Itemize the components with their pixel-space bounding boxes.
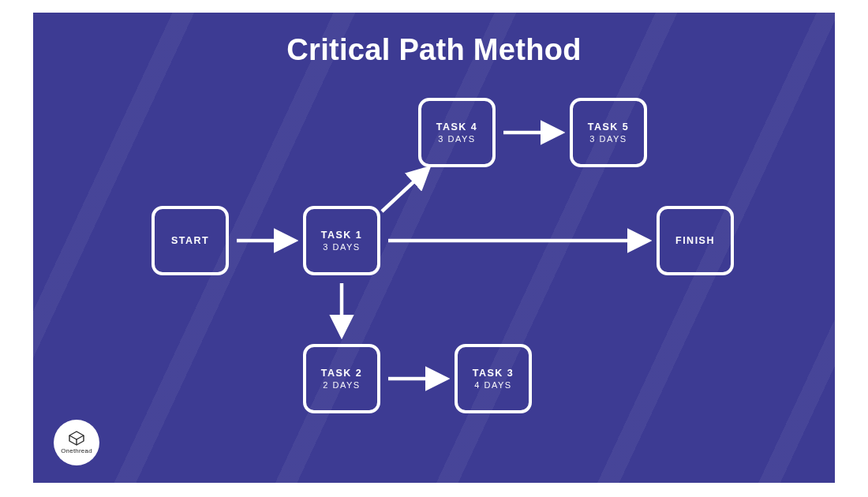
node-label: TASK 2 [321,368,363,379]
cube-icon [67,431,86,447]
brand-logo: Onethread [54,420,99,465]
node-label: TASK 3 [473,368,514,379]
node-label: TASK 4 [436,121,478,133]
arrow-icon [382,169,428,211]
node-label: TASK 1 [321,230,363,241]
diagram-canvas: Critical Path Method START TASK 1 [33,13,835,483]
node-label: START [171,235,209,246]
node-task1: TASK 1 3 DAYS [303,206,380,275]
node-duration: 4 DAYS [474,380,511,390]
node-finish: FINISH [657,206,734,275]
node-task5: TASK 5 3 DAYS [570,98,647,167]
node-duration: 2 DAYS [323,380,360,390]
node-label: FINISH [675,235,715,246]
node-task4: TASK 4 3 DAYS [418,98,496,167]
node-label: TASK 5 [588,121,630,133]
node-task2: TASK 2 2 DAYS [303,344,380,413]
node-duration: 3 DAYS [438,134,475,144]
node-start: START [152,206,229,275]
node-duration: 3 DAYS [589,134,627,144]
node-duration: 3 DAYS [323,242,360,252]
node-task3: TASK 3 4 DAYS [455,344,532,413]
brand-text: Onethread [61,447,92,454]
